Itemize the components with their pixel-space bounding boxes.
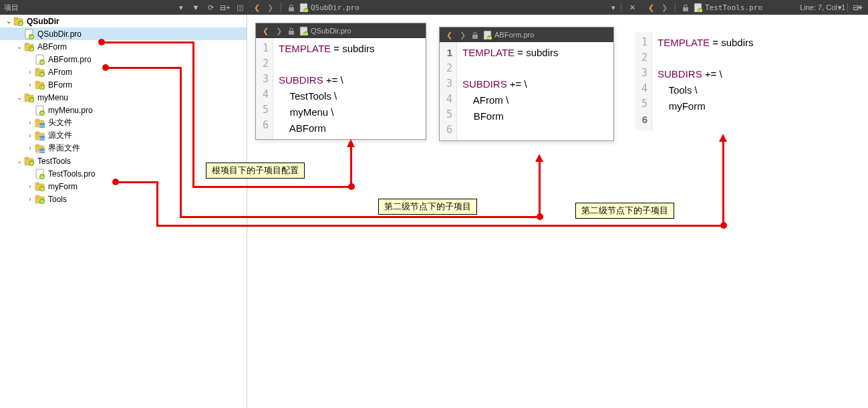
nav-back-icon[interactable]: ❮: [645, 3, 656, 12]
split-icon[interactable]: ◫: [233, 3, 247, 12]
tree-file-mymenu-pro[interactable]: myMenu.pro: [0, 104, 247, 116]
split-icon[interactable]: ⊟+: [851, 3, 865, 12]
folder-qt-icon: [35, 181, 45, 192]
dropdown-icon[interactable]: ▾: [611, 3, 615, 12]
line-gutter: 123456: [256, 38, 273, 139]
line-gutter: 123456: [635, 32, 652, 130]
collapse-icon[interactable]: ⌄: [15, 157, 24, 165]
editor-body[interactable]: 123456 TEMPLATE = subdirs SUBDIRS += \ A…: [440, 42, 613, 140]
tree-label: TestTools.pro: [48, 169, 96, 179]
folder-qt-icon: [24, 41, 35, 52]
annotation-line: [722, 140, 724, 226]
filter-icon[interactable]: ▼: [188, 3, 203, 11]
tree-node-tools[interactable]: › Tools: [0, 193, 247, 205]
collapse-icon[interactable]: ⌄: [15, 94, 24, 101]
tree-label: ABForm: [37, 42, 67, 52]
status-bar-right: Line: 7, Col: 1 ⊟+: [800, 0, 865, 15]
tree-label: BForm: [48, 80, 72, 90]
annotation-line: [156, 181, 158, 226]
tree-node-sources[interactable]: › 源文件: [0, 129, 247, 142]
tree-label: QSubDir: [27, 17, 59, 26]
link-icon[interactable]: ⊟+: [218, 3, 233, 12]
active-file-name: QSubDir.pro: [311, 3, 359, 12]
annotation-line: [180, 67, 182, 217]
folder-cpp-icon: [35, 143, 45, 154]
tree-label: 界面文件: [48, 142, 80, 154]
tree-root[interactable]: ⌄ QSubDir: [0, 15, 247, 27]
nav-fwd-icon[interactable]: ❯: [265, 3, 275, 12]
code-content[interactable]: TEMPLATE = subdirs SUBDIRS += \ Tools \ …: [652, 32, 759, 130]
expand-icon[interactable]: ›: [25, 183, 35, 190]
dropdown-icon[interactable]: ▾: [174, 3, 188, 12]
annotation-arrow: [535, 154, 543, 162]
annotation-line: [192, 186, 352, 188]
lock-icon: [470, 30, 480, 39]
pro-file-icon: [35, 169, 45, 179]
nav-back-icon[interactable]: ❮: [444, 31, 454, 39]
code-content[interactable]: TEMPLATE = subdirs SUBDIRS += \ TestTool…: [273, 38, 380, 139]
expand-icon[interactable]: ›: [25, 81, 35, 88]
nav-back-icon[interactable]: ❮: [260, 27, 271, 35]
tree-file-abform-pro[interactable]: ABForm.pro: [0, 53, 247, 66]
expand-icon[interactable]: ›: [25, 144, 35, 152]
collapse-icon[interactable]: ⌄: [15, 43, 24, 50]
annotation-line: [350, 146, 352, 185]
tree-label: myForm: [48, 182, 78, 191]
lock-icon: [287, 26, 296, 35]
tree-node-bform[interactable]: › BForm: [0, 78, 247, 91]
tree-node-mymenu[interactable]: ⌄ myMenu: [0, 91, 247, 104]
folder-cpp-icon: [35, 118, 45, 128]
collapse-icon[interactable]: ⌄: [4, 17, 13, 25]
editor-tab-label: ABForm.pro: [494, 31, 534, 39]
tree-node-forms[interactable]: › 界面文件: [0, 142, 247, 155]
editor-tab-label: QSubDir.pro: [311, 27, 351, 35]
editor-tab[interactable]: ❮ ❯ QSubDir.pro: [256, 23, 426, 38]
annotation-arrow: [347, 139, 355, 147]
annotation-line: [108, 67, 181, 69]
code-content[interactable]: TEMPLATE = subdirs SUBDIRS += \ AFrom \ …: [457, 42, 564, 140]
active-file-chip[interactable]: QSubDir.pro ▾: [299, 3, 615, 12]
expand-icon[interactable]: ›: [25, 132, 35, 139]
project-panel-header: 项目 ▾ ▼ ⟳ ⊟+ ◫: [0, 0, 247, 15]
nav-fwd-icon[interactable]: ❯: [659, 3, 670, 12]
nav-back-icon[interactable]: ❮: [251, 3, 262, 12]
divider: [281, 3, 281, 12]
editor-pane-3: 123456 TEMPLATE = subdirs SUBDIRS += \ T…: [635, 32, 799, 130]
annotation-line: [192, 41, 194, 187]
expand-icon[interactable]: ›: [25, 119, 35, 126]
close-icon[interactable]: ✕: [627, 3, 637, 12]
tree-label: 源文件: [48, 130, 72, 141]
editor-body[interactable]: 123456 TEMPLATE = subdirs SUBDIRS += \ T…: [256, 38, 426, 139]
divider: [621, 3, 621, 12]
tree-label: AFrom: [48, 68, 72, 77]
editor-tab-bar-main: ❮ ❯ QSubDir.pro ▾ ✕: [247, 0, 641, 15]
editor-tab[interactable]: ❮ ❯ ABForm.pro: [440, 27, 613, 42]
tree-node-headers[interactable]: › 头文件: [0, 116, 247, 129]
annotation-arrow: [719, 134, 727, 142]
project-tree[interactable]: ⌄ QSubDir QSubDir.pro ⌄ ABForm ABForm.pr…: [0, 15, 247, 408]
annotation-line: [180, 216, 541, 218]
folder-qt-icon: [35, 80, 45, 90]
tree-label: TestTools: [37, 157, 71, 166]
editor-pane-1: ❮ ❯ QSubDir.pro 123456 TEMPLATE = subdir…: [255, 23, 426, 140]
annotation-line: [539, 161, 541, 217]
annotation-callout-3: 第二级节点下的子项目: [575, 203, 674, 219]
tree-file-qsubdir-pro[interactable]: QSubDir.pro: [0, 27, 247, 40]
editor-pane-2: ❮ ❯ ABForm.pro 123456 TEMPLATE = subdirs…: [439, 27, 614, 141]
nav-fwd-icon[interactable]: ❯: [273, 27, 284, 35]
folder-qt-icon: [35, 67, 45, 78]
annotation-line: [156, 225, 724, 227]
sync-icon[interactable]: ⟳: [203, 3, 218, 12]
pro-file-icon: [482, 30, 492, 39]
expand-icon[interactable]: ›: [25, 68, 35, 76]
pro-file-icon: [35, 105, 45, 116]
pro-file-icon: [693, 3, 702, 12]
expand-icon[interactable]: ›: [25, 195, 35, 203]
editor-body[interactable]: 123456 TEMPLATE = subdirs SUBDIRS += \ T…: [635, 32, 799, 130]
tree-label: 头文件: [48, 117, 72, 128]
nav-fwd-icon[interactable]: ❯: [457, 31, 468, 39]
project-panel-title: 项目: [4, 3, 174, 13]
cursor-position: Line: 7, Col: 1: [800, 3, 845, 11]
folder-qt-icon: [24, 92, 35, 103]
lock-icon: [287, 3, 296, 12]
